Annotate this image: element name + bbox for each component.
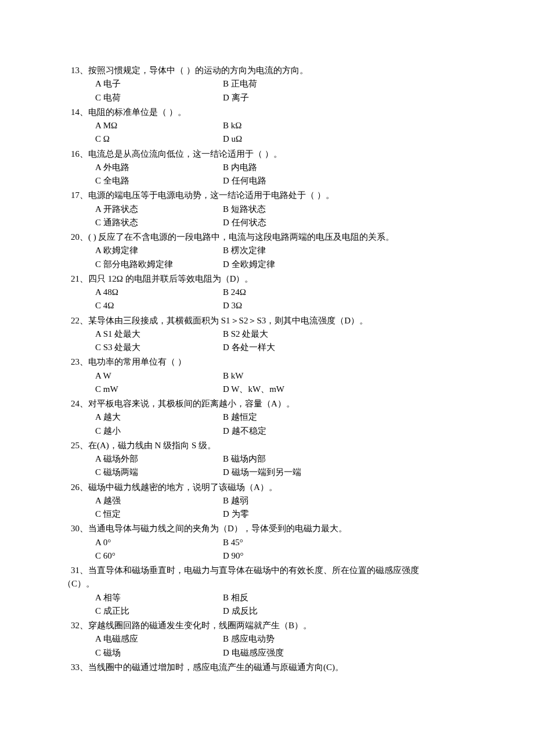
option-right: B S2 处最大 — [223, 327, 463, 341]
option-row: A 越强B 越弱 — [95, 494, 463, 507]
question-block: 14、电阻的标准单位是（ ）。A MΩB kΩC ΩD uΩ — [71, 106, 463, 146]
option-right: D 任何电路 — [223, 174, 463, 188]
option-left: C mW — [95, 383, 223, 396]
option-left: A 0° — [95, 536, 223, 549]
question-text: 32、穿越线圈回路的磁通发生变化时，线圈两端就产生（B）。 — [71, 619, 463, 632]
option-left: C 通路状态 — [95, 216, 223, 229]
options-group: A 开路状态B 短路状态C 通路状态D 任何状态 — [71, 203, 463, 230]
question-block: 23、电功率的常用单位有（ ）A WB kWC mWD W、kW、mW — [71, 355, 463, 396]
option-left: C 恒定 — [95, 507, 223, 521]
question-block: 33、当线圈中的磁通过增加时，感应电流产生的磁通与原磁通方向(C)。 — [71, 661, 463, 674]
option-left: C 成正比 — [95, 604, 223, 618]
option-right: B 内电路 — [223, 161, 463, 174]
question-text: 33、当线圈中的磁通过增加时，感应电流产生的磁通与原磁通方向(C)。 — [71, 661, 463, 674]
option-row: C 通路状态D 任何状态 — [95, 216, 463, 229]
question-text: 22、某导体由三段接成，其横截面积为 S1＞S2＞S3，则其中电流强度（D）。 — [71, 314, 463, 327]
option-row: C ΩD uΩ — [95, 132, 463, 146]
question-block: 24、对平板电容来说，其极板间的距离越小，容量（A）。A 越大B 越恒定C 越小… — [71, 397, 463, 438]
option-right: B 45° — [223, 536, 463, 549]
option-right: D 为零 — [223, 507, 463, 521]
option-right: B kΩ — [223, 119, 463, 132]
option-right: D 离子 — [223, 91, 463, 105]
option-row: C 恒定D 为零 — [95, 507, 463, 521]
question-text: 23、电功率的常用单位有（ ） — [71, 355, 463, 369]
option-row: A 0°B 45° — [95, 536, 463, 549]
option-right: B 相反 — [223, 591, 463, 604]
option-right: B 楞次定律 — [223, 244, 463, 257]
question-block: 16、电流总是从高位流向低位，这一结论适用于（ ）。A 外电路B 内电路C 全电… — [71, 147, 463, 188]
option-row: C 部分电路欧姆定律D 全欧姆定律 — [95, 258, 463, 271]
options-group: A WB kWC mWD W、kW、mW — [71, 369, 463, 397]
option-left: A 48Ω — [95, 286, 223, 299]
option-left: C S3 处最大 — [95, 341, 223, 354]
option-row: C S3 处最大D 各处一样大 — [95, 341, 463, 354]
option-left: A 开路状态 — [95, 203, 223, 216]
option-right: D 电磁感应强度 — [223, 646, 463, 660]
question-block: 25、在(A)，磁力线由 N 级指向 S 级。A 磁场外部B 磁场内部C 磁场两… — [71, 439, 463, 480]
option-row: A S1 处最大B S2 处最大 — [95, 327, 463, 341]
option-left: C 4Ω — [95, 299, 223, 312]
options-group: A 越大B 越恒定C 越小D 越不稳定 — [71, 411, 463, 438]
option-left: A 外电路 — [95, 161, 223, 174]
options-group: A 磁场外部B 磁场内部C 磁场两端D 磁场一端到另一端 — [71, 452, 463, 480]
option-right: D 越不稳定 — [223, 424, 463, 438]
option-row: A 相等B 相反 — [95, 591, 463, 604]
question-text: 21、四只 12Ω 的电阻并联后等效电阻为（D）。 — [71, 272, 463, 286]
option-left: C 60° — [95, 549, 223, 563]
question-text: 25、在(A)，磁力线由 N 级指向 S 级。 — [71, 439, 463, 452]
option-row: A 开路状态B 短路状态 — [95, 203, 463, 216]
option-left: A 相等 — [95, 591, 223, 604]
option-right: B 短路状态 — [223, 203, 463, 216]
question-block: 17、电源的端电压等于电源电动势，这一结论适用于电路处于（ ）。A 开路状态B … — [71, 189, 463, 229]
option-right: D 90° — [223, 549, 463, 563]
option-left: A 越强 — [95, 494, 223, 507]
options-group: A 电磁感应B 感应电动势C 磁场D 电磁感应强度 — [71, 632, 463, 660]
question-block: 13、按照习惯规定，导体中（ ）的运动的方向为电流的方向。A 电子B 正电荷C … — [71, 64, 463, 105]
option-row: A 外电路B 内电路 — [95, 161, 463, 174]
option-row: A 电子B 正电荷 — [95, 77, 463, 91]
option-right: B 磁场内部 — [223, 452, 463, 466]
option-left: C 越小 — [95, 424, 223, 438]
options-group: A 外电路B 内电路C 全电路D 任何电路 — [71, 161, 463, 188]
option-row: A WB kW — [95, 369, 463, 383]
document-body: 13、按照习惯规定，导体中（ ）的运动的方向为电流的方向。A 电子B 正电荷C … — [71, 64, 463, 674]
option-right: D 全欧姆定律 — [223, 258, 463, 271]
options-group: A S1 处最大B S2 处最大C S3 处最大D 各处一样大 — [71, 327, 463, 355]
option-right: D 磁场一端到另一端 — [223, 466, 463, 479]
question-block: 22、某导体由三段接成，其横截面积为 S1＞S2＞S3，则其中电流强度（D）。A… — [71, 314, 463, 355]
option-left: C 部分电路欧姆定律 — [95, 258, 223, 271]
option-right: B 正电荷 — [223, 77, 463, 91]
question-continuation: （C）。 — [63, 577, 463, 591]
option-left: C 磁场两端 — [95, 466, 223, 479]
option-row: C 全电路D 任何电路 — [95, 174, 463, 188]
option-left: C 全电路 — [95, 174, 223, 188]
option-row: C 成正比D 成反比 — [95, 604, 463, 618]
option-right: B kW — [223, 369, 463, 383]
option-left: C Ω — [95, 132, 223, 146]
option-right: B 越弱 — [223, 494, 463, 507]
question-block: 31、当直导体和磁场垂直时，电磁力与直导体在磁场中的有效长度、所在位置的磁感应强… — [71, 564, 463, 618]
options-group: A 电子B 正电荷C 电荷D 离子 — [71, 77, 463, 105]
options-group: A 0°B 45°C 60°D 90° — [71, 536, 463, 563]
options-group: A 48ΩB 24ΩC 4ΩD 3Ω — [71, 286, 463, 313]
option-row: A 欧姆定律B 楞次定律 — [95, 244, 463, 257]
option-row: C 磁场两端D 磁场一端到另一端 — [95, 466, 463, 479]
option-left: A 电子 — [95, 77, 223, 91]
question-block: 32、穿越线圈回路的磁通发生变化时，线圈两端就产生（B）。A 电磁感应B 感应电… — [71, 619, 463, 660]
question-text: 26、磁场中磁力线越密的地方，说明了该磁场（A）。 — [71, 481, 463, 494]
option-row: C 60°D 90° — [95, 549, 463, 563]
option-row: C 电荷D 离子 — [95, 91, 463, 105]
options-group: A 欧姆定律B 楞次定律C 部分电路欧姆定律D 全欧姆定律 — [71, 244, 463, 271]
question-text: 20、( ) 反应了在不含电源的一段电路中，电流与这段电路两端的电压及电阻的关系… — [71, 231, 463, 244]
question-block: 26、磁场中磁力线越密的地方，说明了该磁场（A）。A 越强B 越弱C 恒定D 为… — [71, 481, 463, 521]
option-left: A MΩ — [95, 119, 223, 132]
option-left: A S1 处最大 — [95, 327, 223, 341]
option-row: A MΩB kΩ — [95, 119, 463, 132]
option-row: C mWD W、kW、mW — [95, 383, 463, 396]
question-block: 20、( ) 反应了在不含电源的一段电路中，电流与这段电路两端的电压及电阻的关系… — [71, 231, 463, 271]
option-right: D 3Ω — [223, 299, 463, 312]
option-left: A 电磁感应 — [95, 632, 223, 646]
option-row: C 4ΩD 3Ω — [95, 299, 463, 312]
question-text: 17、电源的端电压等于电源电动势，这一结论适用于电路处于（ ）。 — [71, 189, 463, 202]
option-right: D 各处一样大 — [223, 341, 463, 354]
